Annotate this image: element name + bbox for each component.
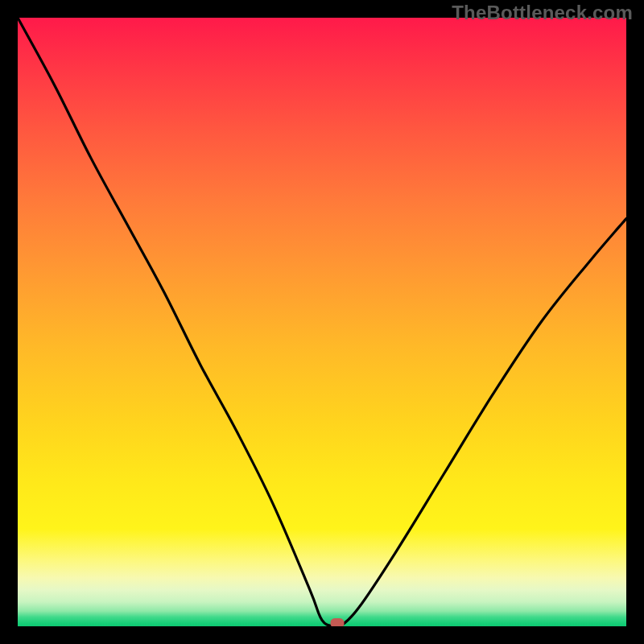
bottleneck-curve-path — [18, 18, 626, 626]
min-point-marker — [330, 618, 344, 626]
chart-frame: TheBottleneck.com — [0, 0, 644, 644]
curve-svg — [18, 18, 626, 626]
watermark-text: TheBottleneck.com — [452, 2, 633, 24]
plot-area — [18, 18, 626, 626]
